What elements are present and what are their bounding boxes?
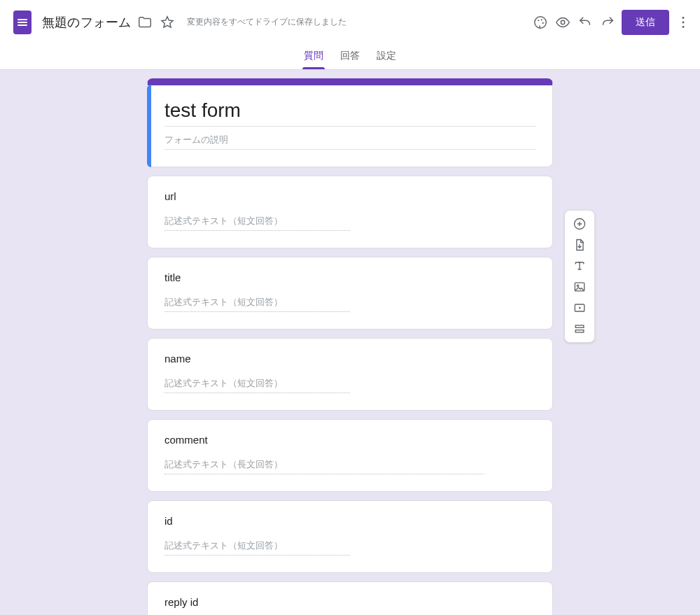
add-section-button[interactable] [567,318,592,339]
form-title-input[interactable]: test form [164,95,536,127]
svg-point-7 [682,26,685,28]
document-title[interactable]: 無題のフォーム [42,14,131,31]
star-icon[interactable] [159,14,176,31]
svg-point-5 [682,17,685,19]
preview-icon[interactable] [554,14,571,31]
form-header-card[interactable]: test form フォームの説明 [147,78,553,167]
add-question-button[interactable] [567,213,592,234]
redo-icon[interactable] [599,14,616,31]
save-status: 変更内容をすべてドライブに保存しました [187,17,346,28]
send-button[interactable]: 送信 [622,10,670,35]
app-logo[interactable] [8,8,36,36]
svg-rect-12 [575,325,584,327]
add-video-button[interactable] [567,297,592,318]
short-answer-placeholder: 記述式テキスト（短文回答） [164,377,350,393]
svg-point-3 [542,22,543,24]
question-card[interactable]: url記述式テキスト（短文回答） [147,176,553,248]
question-title[interactable]: url [164,190,536,202]
question-card[interactable]: comment記述式テキスト（長文回答） [147,419,553,492]
svg-point-4 [561,20,565,24]
question-card[interactable]: id記述式テキスト（短文回答） [147,500,553,573]
question-title[interactable]: title [164,271,536,283]
question-title[interactable]: comment [164,434,536,446]
question-card[interactable]: name記述式テキスト（短文回答） [147,338,553,411]
import-questions-button[interactable] [567,234,592,255]
question-title[interactable]: name [164,353,536,365]
short-answer-placeholder: 記述式テキスト（短文回答） [164,539,350,556]
question-title[interactable]: reply id [164,596,536,608]
add-image-button[interactable] [567,276,592,297]
svg-point-1 [538,20,539,21]
more-menu-icon[interactable] [675,14,692,31]
question-card[interactable]: title記述式テキスト（短文回答） [147,257,553,330]
question-toolbar [564,210,595,343]
move-to-folder-icon[interactable] [136,14,153,31]
svg-point-6 [682,22,685,24]
svg-point-2 [540,19,542,20]
form-description-input[interactable]: フォームの説明 [164,127,536,150]
question-title[interactable]: id [164,515,536,527]
short-answer-placeholder: 記述式テキスト（短文回答） [164,296,350,312]
short-answer-placeholder: 記述式テキスト（短文回答） [164,215,350,231]
tab-responses[interactable]: 回答 [340,50,360,69]
svg-point-10 [577,285,579,287]
tab-settings[interactable]: 設定 [377,50,396,69]
header-bar: 無題のフォーム 変更内容をすべてドライブに保存しました 送信 [0,0,700,45]
editor-tabs: 質問 回答 設定 [0,45,700,70]
long-answer-placeholder: 記述式テキスト（長文回答） [164,458,484,474]
tab-questions[interactable]: 質問 [304,50,323,69]
undo-icon[interactable] [577,14,594,31]
add-title-button[interactable] [567,255,592,276]
question-card[interactable]: reply id記述式テキスト（短文回答） [147,581,553,615]
svg-rect-13 [575,330,584,332]
theme-customize-icon[interactable] [532,14,549,31]
form-canvas: test form フォームの説明 url記述式テキスト（短文回答）title記… [0,70,700,615]
